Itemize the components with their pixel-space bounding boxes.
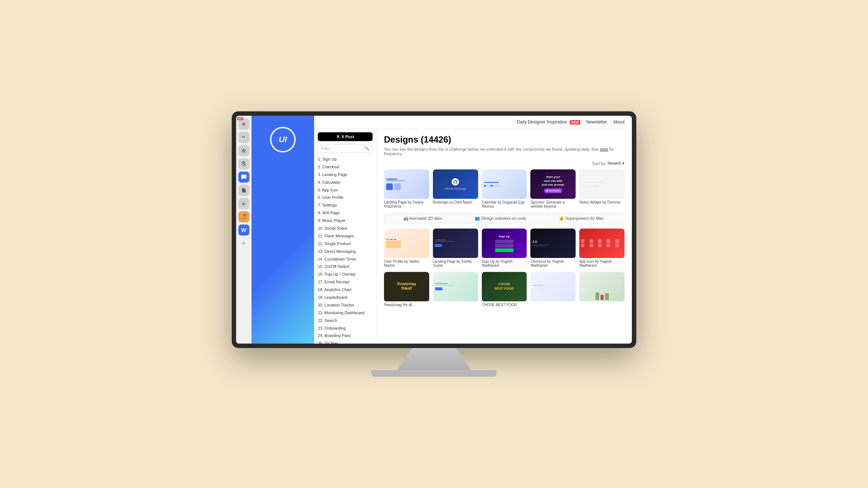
nav-item-19[interactable]: 19. Leaderboard bbox=[318, 294, 373, 301]
design-grid-1: Landing Page by Oxana Khazhieva Gi bbox=[384, 169, 625, 208]
card-9-label: Checkout by Yogesh Madharam bbox=[530, 259, 576, 268]
promo-bar: 🤖 Animated 3D sites 👥 Design websites no… bbox=[384, 213, 625, 224]
thumb-3 bbox=[482, 169, 527, 199]
card-2[interactable]: GitHub Redesign Redesign by Dani Nasiri bbox=[433, 169, 478, 208]
nav-item-10[interactable]: 10. Social Share bbox=[318, 225, 373, 232]
search-icon: 🔍 bbox=[364, 146, 369, 151]
nav-item-6[interactable]: 6. User Profile bbox=[318, 194, 373, 201]
left-panel: ✕ X Post Filter 🔍 1. Sign Up 2. Checkout… bbox=[314, 129, 377, 344]
nav-item-5[interactable]: 5. App Icon bbox=[318, 186, 373, 194]
sort-select[interactable]: Newest ▾ bbox=[608, 161, 625, 166]
thumb-11: Readymagfits all bbox=[384, 272, 429, 301]
nav-item-13[interactable]: 13. Direct Messaging bbox=[318, 248, 373, 255]
w-icon-btn[interactable]: W bbox=[238, 225, 249, 236]
card-6-label: User Profile by Vadim Markin bbox=[384, 259, 429, 268]
thumb-10 bbox=[579, 229, 625, 258]
thumb-12 bbox=[433, 272, 478, 301]
nav-item-22[interactable]: 22. Search bbox=[318, 317, 373, 324]
card-12[interactable] bbox=[433, 272, 478, 307]
doc-icon-btn[interactable] bbox=[238, 185, 249, 196]
nav-item-20[interactable]: 20. Location Tracker bbox=[318, 301, 373, 309]
about-link[interactable]: About bbox=[613, 119, 625, 125]
card-7-label: Landing Page by Eshita Gupta bbox=[433, 259, 478, 268]
x-post-button[interactable]: ✕ X Post bbox=[318, 132, 373, 141]
nav-item-7[interactable]: 7. Settings bbox=[318, 201, 373, 209]
orange-icon-btn[interactable]: 🍊 bbox=[238, 211, 249, 222]
card-10-label: App Icon by Yogesh Madharam bbox=[579, 259, 625, 268]
filter-placeholder: Filter bbox=[321, 146, 330, 151]
nav-item-3[interactable]: 3. Landing Page bbox=[318, 171, 373, 179]
card-6[interactable]: User Profile by Vadim Markin bbox=[384, 229, 429, 268]
nav-item-24[interactable]: 24. Boarding Pass bbox=[318, 332, 373, 340]
right-panel: Designs (14426) You can see the designs … bbox=[377, 129, 632, 344]
nav-item-9[interactable]: 9. Music Player bbox=[318, 217, 373, 225]
card-4[interactable]: Start yournext site withjust one prompt … bbox=[530, 169, 576, 208]
nav-item-23[interactable]: 23. Onboarding bbox=[318, 324, 373, 332]
nav-item-1[interactable]: 1. Sign Up bbox=[318, 155, 373, 163]
thumb-5 bbox=[579, 169, 625, 199]
top-nav: Daily Designer Inspiration NEW Newslette… bbox=[314, 116, 632, 129]
card-11[interactable]: Readymagfits all Readymag fits all bbox=[384, 272, 429, 307]
nav-item-4[interactable]: 4. Calculator bbox=[318, 179, 373, 186]
logo-area: UI bbox=[252, 116, 314, 344]
flower-icon-btn[interactable]: ✿ bbox=[238, 145, 249, 156]
nav-item-16[interactable]: 16. Pop-Up / Overlay bbox=[318, 270, 373, 278]
card-14[interactable] bbox=[530, 272, 576, 307]
card-10[interactable]: App Icon by Yogesh Madharam bbox=[579, 229, 625, 268]
sort-label: Sort by: bbox=[592, 161, 606, 166]
design-grid-3: Readymagfits all Readymag fits all bbox=[384, 272, 625, 307]
add-icon-btn[interactable]: + bbox=[238, 238, 249, 249]
thumb-6 bbox=[384, 229, 429, 258]
nav-list: 1. Sign Up 2. Checkout 3. Landing Page 4… bbox=[318, 155, 373, 344]
promo-item-2[interactable]: 👥 Design websites no code bbox=[475, 216, 527, 221]
card-13-label: CHOSE BEST FOOD bbox=[482, 303, 527, 307]
page-title: Designs (14426) bbox=[384, 134, 625, 145]
promo-item-3[interactable]: 💰 Superpowers for Mac bbox=[559, 216, 605, 221]
card-4-label: Sponsor: Generate a website beyond bbox=[530, 200, 576, 208]
thumb-2: GitHub Redesign bbox=[433, 169, 478, 199]
card-7[interactable]: Landing Page by Eshita Gupta bbox=[433, 229, 478, 268]
coffee-icon-btn[interactable]: ☕ bbox=[238, 132, 249, 143]
card-8[interactable]: Sign Up Sign Up by Yogesh Madharam bbox=[482, 229, 527, 268]
card-1[interactable]: Landing Page by Oxana Khazhieva bbox=[384, 169, 429, 208]
nav-item-11[interactable]: 11. Flash Messages bbox=[318, 232, 373, 240]
card-13[interactable]: CHOSEBEST FOOD CHOSE BEST FOOD bbox=[482, 272, 527, 307]
logo: UI bbox=[270, 127, 296, 152]
thumb-4: Start yournext site withjust one prompt … bbox=[530, 169, 576, 199]
card-5[interactable]: Notes Widget by Dominic bbox=[579, 169, 625, 208]
thumb-7 bbox=[433, 229, 478, 258]
thumb-15 bbox=[579, 272, 625, 301]
nav-item-8[interactable]: 8. 404 Page bbox=[318, 209, 373, 217]
sort-bar: Sort by: Newest ▾ bbox=[384, 161, 625, 166]
thumb-13: CHOSEBEST FOOD bbox=[482, 272, 527, 301]
inspiration-link[interactable]: Daily Designer Inspiration NEW bbox=[517, 119, 580, 125]
chart-icon-btn[interactable] bbox=[238, 198, 249, 209]
card-8-label: Sign Up by Yogesh Madharam bbox=[482, 259, 527, 268]
card-5-label: Notes Widget by Dominic bbox=[579, 200, 625, 204]
card-2-label: Redesign by Dani Nasiri bbox=[433, 200, 478, 204]
page-description: You can see the designs from the ui chal… bbox=[384, 147, 625, 156]
card-3-label: Calendar by Dogacan Ege Altunsu bbox=[482, 200, 527, 208]
nav-item-17[interactable]: 17. Email Receipt bbox=[318, 278, 373, 286]
nav-item-2[interactable]: 2. Checkout bbox=[318, 163, 373, 171]
nav-item-15[interactable]: 15. On/Off Switch bbox=[318, 263, 373, 270]
thumb-9: 2.0 bbox=[530, 229, 576, 258]
card-3[interactable]: Calendar by Dogacan Ege Altunsu bbox=[482, 169, 527, 208]
nav-item-18[interactable]: 18. Analytics Chart bbox=[318, 286, 373, 294]
thumb-8: Sign Up bbox=[482, 229, 527, 258]
nav-item-12[interactable]: 12. Single Product bbox=[318, 240, 373, 248]
card-9[interactable]: 2.0 Checkout by Yogesh Madharam bbox=[530, 229, 576, 268]
design-grid-2: User Profile by Vadim Markin bbox=[384, 229, 625, 268]
nav-item-14[interactable]: 14. Countdown Timer bbox=[318, 255, 373, 263]
snowflake-icon-btn[interactable]: ❄ bbox=[238, 119, 249, 130]
newsletter-link[interactable]: Newsletter bbox=[586, 119, 607, 125]
filter-container: Filter 🔍 bbox=[318, 144, 373, 152]
card-15[interactable] bbox=[579, 272, 625, 307]
nav-item-25[interactable]: 25. TV App bbox=[318, 340, 373, 344]
promo-item-1[interactable]: 🤖 Animated 3D sites bbox=[403, 216, 444, 221]
chat-icon-btn[interactable] bbox=[238, 172, 249, 183]
nav-item-21[interactable]: 21. Monitoring Dashboard bbox=[318, 309, 373, 317]
s-icon-btn[interactable]: S bbox=[238, 158, 249, 169]
thumb-14 bbox=[530, 272, 576, 301]
stats-link[interactable]: stats bbox=[600, 147, 608, 151]
